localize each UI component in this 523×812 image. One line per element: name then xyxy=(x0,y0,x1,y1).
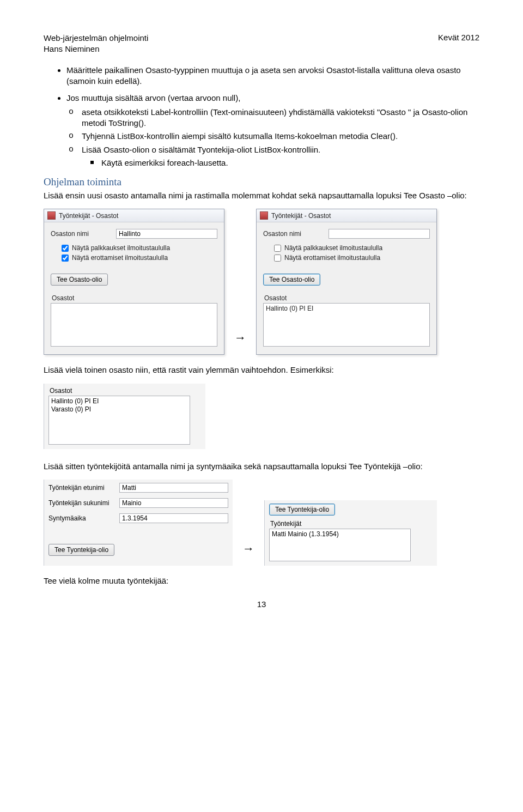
cb-erottamiset-label: Näytä erottamiset ilmoitustaululla xyxy=(284,254,380,262)
form-osasto-after: Työntekijät - Osastot Osaston nimi Näytä… xyxy=(256,209,437,355)
sukunimi-input[interactable] xyxy=(119,498,228,508)
cb-erottamiset[interactable] xyxy=(274,254,281,262)
lopuksi-text: Tee vielä kolme muuta työntekijää: xyxy=(44,575,479,586)
cb-erottamiset-label: Näytä erottamiset ilmoitustaululla xyxy=(72,254,168,262)
list-item[interactable]: Hallinto (0) PI EI xyxy=(266,305,427,313)
form-title: Työntekijät - Osastot xyxy=(271,212,331,220)
osastot-snippet: Osastot Hallinto (0) PI EI Varasto (0) P… xyxy=(44,384,205,449)
square-1: Käytä esimerkiksi foreach-lausetta. xyxy=(101,157,479,168)
page-number: 13 xyxy=(44,599,479,609)
tee-osasto-button[interactable]: Tee Osasto-olio xyxy=(263,274,320,286)
toiminta-intro: Lisää ensin uusi osasto antamalla nimi j… xyxy=(44,190,479,201)
osastot-label: Osastot xyxy=(52,294,217,302)
sub-c: Lisää Osasto-olion o sisältämät Tyonteki… xyxy=(82,144,479,169)
tyontekija-text: Lisää sitten työntekijöitä antamalla nim… xyxy=(44,461,479,472)
cb-palkkaus-label: Näytä palkkaukset ilmoitustaululla xyxy=(284,244,382,252)
course-title: Web-järjestelmän ohjelmointi xyxy=(44,33,148,44)
bullet-list: Määrittele paikallinen Osasto-tyyppinen … xyxy=(44,65,479,168)
tyontekija-result-snippet: Tee Tyontekija-olio Työntekijät Matti Ma… xyxy=(264,500,437,566)
sukunimi-label: Työntekijän sukunimi xyxy=(48,499,114,507)
tyontekija-input-snippet: Työntekijän etunimi Työntekijän sukunimi… xyxy=(44,480,233,566)
section-heading-toiminta: Ohjelman toiminta xyxy=(44,176,479,188)
syntyma-label: Syntymäaika xyxy=(48,514,114,522)
osasto-nimi-label: Osaston nimi xyxy=(51,230,111,238)
cb-palkkaus[interactable] xyxy=(62,245,69,252)
osasto-nimi-input[interactable] xyxy=(116,229,217,239)
etunimi-label: Työntekijän etunimi xyxy=(48,484,114,492)
tee-osasto-button[interactable]: Tee Osasto-olio xyxy=(51,274,108,286)
tyontekijat-label: Työntekijät xyxy=(270,520,433,528)
syntyma-input[interactable] xyxy=(119,513,228,523)
arrow-icon: → xyxy=(242,542,254,566)
osastot-listbox[interactable] xyxy=(51,303,217,347)
form-osasto-before: Työntekijät - Osastot Osaston nimi Näytä… xyxy=(44,209,224,355)
sub-b: Tyhjennä ListBox-kontrollin aiempi sisäl… xyxy=(82,131,479,142)
bullet-2: Jos muuttuja sisältää arvon (vertaa arvo… xyxy=(66,93,479,169)
osastot-listbox[interactable]: Hallinto (0) PI EI Varasto (0) PI xyxy=(48,396,190,445)
tee-tyontekija-button[interactable]: Tee Tyontekija-olio xyxy=(269,504,335,516)
form-title: Työntekijät - Osastot xyxy=(59,212,118,220)
list-item[interactable]: Hallinto (0) PI EI xyxy=(51,397,187,406)
form-icon xyxy=(260,211,268,220)
list-item[interactable]: Matti Mainio (1.3.1954) xyxy=(272,530,408,539)
author-name: Hans Nieminen xyxy=(44,44,148,54)
cb-erottamiset[interactable] xyxy=(62,254,69,262)
toinen-text: Lisää vielä toinen osasto niin, että ras… xyxy=(44,365,479,375)
arrow-icon: → xyxy=(234,331,246,355)
page-header: Web-järjestelmän ohjelmointi Hans Niemin… xyxy=(44,33,479,54)
bullet-1: Määrittele paikallinen Osasto-tyyppinen … xyxy=(66,65,479,87)
etunimi-input[interactable] xyxy=(119,483,228,493)
tyontekijat-listbox[interactable]: Matti Mainio (1.3.1954) xyxy=(269,529,411,561)
tee-tyontekija-button[interactable]: Tee Tyontekija-olio xyxy=(48,544,114,556)
form-icon xyxy=(47,211,56,220)
osastot-label: Osastot xyxy=(50,387,201,395)
term: Kevät 2012 xyxy=(438,33,479,54)
cb-palkkaus[interactable] xyxy=(274,245,281,252)
osasto-nimi-input[interactable] xyxy=(329,229,430,239)
osastot-label: Osastot xyxy=(264,294,430,302)
sub-a: aseta otsikkoteksti Label-kontrolliin (T… xyxy=(82,107,479,129)
cb-palkkaus-label: Näytä palkkaukset ilmoitustaululla xyxy=(72,244,170,252)
list-item[interactable]: Varasto (0) PI xyxy=(51,405,187,414)
osasto-nimi-label: Osaston nimi xyxy=(263,230,323,238)
osastot-listbox[interactable]: Hallinto (0) PI EI xyxy=(263,303,430,347)
